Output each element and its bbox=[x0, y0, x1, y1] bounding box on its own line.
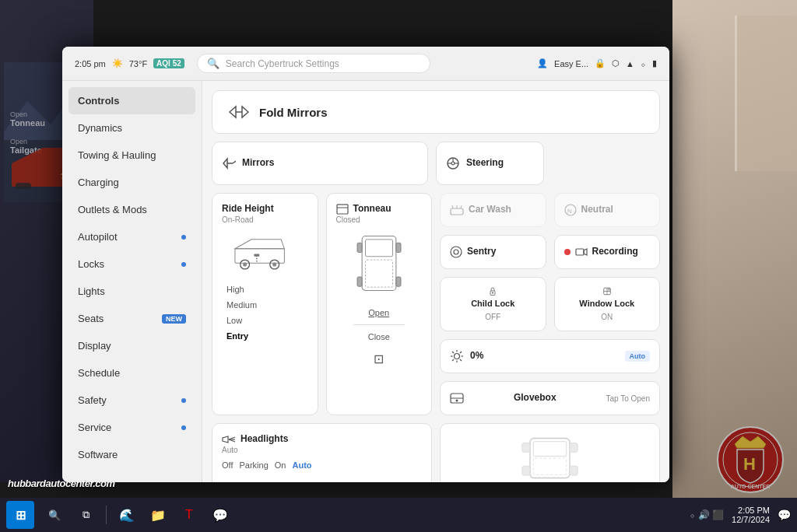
signal-icon: ▲ bbox=[626, 59, 634, 68]
sidebar-item-outlets[interactable]: Outlets & Mods bbox=[62, 196, 202, 223]
locks-indicator bbox=[181, 262, 186, 267]
svg-point-22 bbox=[243, 262, 247, 266]
sidebar-item-autopilot[interactable]: Autopilot bbox=[62, 223, 202, 250]
tonneau-open[interactable]: Open bbox=[336, 306, 423, 320]
sentry-icon bbox=[450, 246, 462, 258]
svg-marker-66 bbox=[223, 436, 228, 443]
watermark: hubbardautocenter.com bbox=[8, 478, 115, 489]
svg-rect-26 bbox=[255, 254, 260, 256]
neutral-card[interactable]: N Neutral bbox=[554, 193, 661, 227]
tesla-app-icon[interactable]: T bbox=[175, 501, 203, 529]
svg-marker-20 bbox=[235, 240, 284, 249]
sentry-card[interactable]: Sentry bbox=[440, 235, 546, 269]
start-button[interactable]: ⊞ bbox=[6, 501, 34, 529]
sidebar-item-lights[interactable]: Lights bbox=[62, 278, 202, 305]
sidebar-label-charging: Charging bbox=[78, 177, 119, 188]
headlight-off[interactable]: Off bbox=[222, 460, 233, 470]
steering-card[interactable]: Steering bbox=[436, 142, 544, 185]
wifi-icon: ⬦ bbox=[641, 59, 646, 68]
sidebar-label-towing: Towing & Hauling bbox=[78, 149, 156, 161]
top-bar: 2:05 pm ☀️ 73°F AQI 52 🔍 Search Cybertru… bbox=[62, 47, 669, 81]
ride-medium[interactable]: Medium bbox=[222, 298, 308, 312]
svg-line-60 bbox=[460, 359, 462, 361]
chat-icon[interactable]: 💬 bbox=[206, 501, 234, 529]
svg-rect-75 bbox=[522, 466, 530, 475]
sidebar-item-towing[interactable]: Towing & Hauling bbox=[62, 142, 202, 169]
notification-icon[interactable]: 💬 bbox=[778, 509, 791, 521]
svg-rect-74 bbox=[570, 443, 578, 452]
svg-point-15 bbox=[451, 162, 455, 165]
car-wash-label: Car Wash bbox=[469, 204, 511, 215]
sidebar-item-display[interactable]: Display bbox=[62, 332, 202, 359]
taskbar-system: ⬦ 🔊 ⬛ 2:05 PM 12/7/2024 💬 bbox=[690, 506, 791, 524]
sidebar: Controls Dynamics Towing & Hauling Charg… bbox=[62, 81, 202, 482]
sidebar-item-locks[interactable]: Locks bbox=[62, 250, 202, 278]
window-lock-card[interactable]: Window Lock ON bbox=[554, 277, 661, 331]
child-lock-title: Child Lock bbox=[471, 299, 514, 308]
status-left: 2:05 pm ☀️ 73°F AQI 52 bbox=[75, 58, 184, 68]
search-bar[interactable]: 🔍 Search Cybertruck Settings bbox=[197, 54, 430, 73]
child-lock-card[interactable]: Child Lock OFF bbox=[440, 277, 546, 331]
headlights-card[interactable]: Headlights Auto Off Parking On Auto bbox=[212, 423, 432, 482]
car-wash-card[interactable]: Car Wash bbox=[440, 193, 546, 227]
tonneau-card[interactable]: Tonneau Closed bbox=[326, 193, 433, 415]
mirrors-icon bbox=[222, 156, 236, 170]
sidebar-label-service: Service bbox=[78, 422, 111, 433]
ride-height-card[interactable]: Ride Height On-Road bbox=[212, 193, 318, 415]
svg-rect-46 bbox=[576, 249, 584, 255]
svg-rect-33 bbox=[365, 260, 392, 287]
sentry-label: Sentry bbox=[467, 246, 496, 257]
svg-text:H: H bbox=[743, 454, 756, 474]
edge-icon[interactable]: 🌊 bbox=[113, 501, 141, 529]
svg-point-44 bbox=[451, 247, 462, 257]
glovebox-card[interactable]: Glovebox Tap To Open bbox=[440, 381, 660, 415]
mirrors-card[interactable]: Mirrors bbox=[212, 142, 428, 185]
recording-card[interactable]: Recording bbox=[554, 235, 661, 269]
taskview-button[interactable]: ⧉ bbox=[72, 501, 100, 529]
ride-height-status: On-Road bbox=[222, 215, 308, 224]
svg-rect-36 bbox=[357, 277, 362, 286]
headlight-auto[interactable]: Auto bbox=[292, 460, 311, 470]
sidebar-item-schedule[interactable]: Schedule bbox=[62, 359, 202, 387]
brightness-value: 0% bbox=[470, 350, 483, 361]
search-taskbar[interactable]: 🔍 bbox=[40, 501, 68, 529]
brightness-auto-badge: Auto bbox=[625, 351, 651, 362]
ride-high[interactable]: High bbox=[222, 282, 308, 296]
svg-rect-35 bbox=[396, 243, 401, 252]
svg-rect-73 bbox=[522, 443, 530, 452]
battery-icon: ▮ bbox=[652, 58, 657, 68]
fold-mirrors-card[interactable]: Fold Mirrors bbox=[212, 90, 660, 134]
sidebar-item-controls[interactable]: Controls bbox=[68, 87, 195, 114]
sidebar-item-charging[interactable]: Charging bbox=[62, 169, 202, 196]
svg-line-59 bbox=[452, 352, 454, 353]
svg-line-39 bbox=[452, 205, 453, 208]
steering-label: Steering bbox=[466, 157, 504, 168]
svg-point-45 bbox=[454, 250, 458, 254]
user-icon: 👤 bbox=[537, 58, 548, 68]
svg-rect-38 bbox=[451, 208, 463, 215]
file-explorer-icon[interactable]: 📁 bbox=[144, 501, 172, 529]
headlight-parking[interactable]: Parking bbox=[239, 460, 268, 470]
tonneau-truck-svg bbox=[352, 230, 406, 296]
sidebar-item-service[interactable]: Service bbox=[62, 414, 202, 441]
sidebar-item-software[interactable]: Software bbox=[62, 441, 202, 468]
sidebar-label-lights: Lights bbox=[78, 285, 105, 297]
brightness-card[interactable]: 0% Auto bbox=[440, 339, 660, 373]
ride-entry[interactable]: Entry bbox=[222, 329, 308, 343]
service-indicator bbox=[181, 425, 186, 430]
tonneau-close[interactable]: Close bbox=[336, 330, 423, 344]
sidebar-item-dynamics[interactable]: Dynamics bbox=[62, 114, 202, 142]
tesla-screen: 2:05 pm ☀️ 73°F AQI 52 🔍 Search Cybertru… bbox=[62, 47, 669, 482]
tonneau-view-card[interactable] bbox=[440, 423, 660, 482]
sidebar-item-safety[interactable]: Safety bbox=[62, 387, 202, 414]
brightness-icon bbox=[450, 349, 464, 363]
seats-new-badge: NEW bbox=[162, 314, 186, 324]
tonneau-options: Open Close ⊡ bbox=[336, 306, 423, 366]
svg-text:AUTO CENTER: AUTO CENTER bbox=[731, 484, 770, 489]
aqi-badge: AQI 52 bbox=[153, 58, 184, 68]
sidebar-label-seats: Seats bbox=[78, 313, 104, 324]
headlight-on[interactable]: On bbox=[275, 460, 286, 470]
background-right bbox=[672, 0, 797, 498]
ride-low[interactable]: Low bbox=[222, 313, 308, 327]
sidebar-item-seats[interactable]: Seats NEW bbox=[62, 305, 202, 332]
